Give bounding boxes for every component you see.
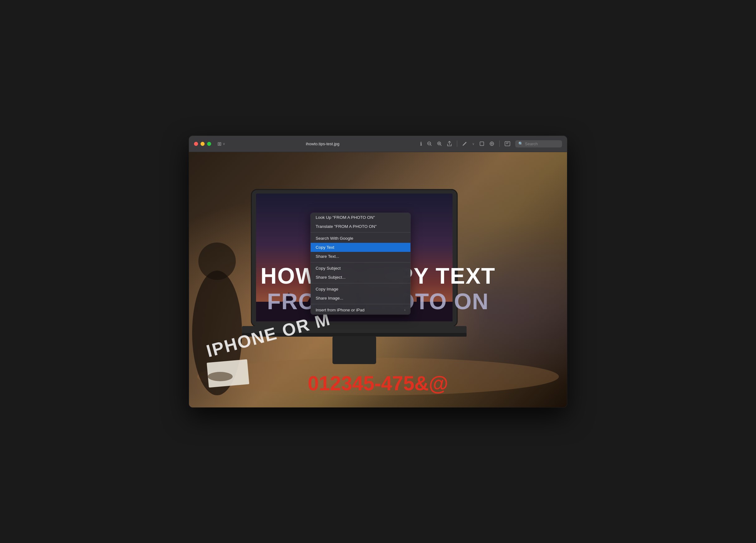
menu-item-insert-iphone[interactable]: Insert from iPhone or iPad ›	[311, 305, 410, 314]
svg-point-37	[208, 372, 233, 381]
toolbar-tools: ℹ	[420, 140, 562, 148]
submenu-chevron-icon: ›	[404, 308, 405, 312]
close-button[interactable]	[194, 142, 198, 146]
search-placeholder: Search	[525, 142, 538, 146]
search-bar[interactable]: 🔍 Search	[515, 140, 562, 148]
menu-separator-4	[311, 304, 410, 304]
svg-rect-7	[480, 142, 484, 146]
menu-item-translate[interactable]: Translate "FROM A PHOTO ON"	[311, 222, 410, 231]
minimize-button[interactable]	[201, 142, 205, 146]
menu-item-translate-label: Translate "FROM A PHOTO ON"	[316, 224, 377, 229]
svg-point-19	[198, 243, 236, 280]
menu-separator-3	[311, 283, 410, 283]
menu-item-share-text[interactable]: Share Text...	[311, 252, 410, 261]
context-menu: Look Up "FROM A PHOTO ON" Translate "FRO…	[311, 213, 410, 314]
markup-icon[interactable]	[462, 141, 467, 146]
menu-item-copy-subject[interactable]: Copy Subject	[311, 264, 410, 273]
menu-item-share-subject-label: Share Subject...	[316, 275, 346, 279]
menu-item-search-google-label: Search With Google	[316, 236, 353, 241]
svg-rect-32	[417, 297, 420, 302]
zoom-in-icon[interactable]	[437, 141, 442, 146]
menu-item-lookup[interactable]: Look Up "FROM A PHOTO ON"	[311, 213, 410, 222]
menu-item-share-image[interactable]: Share Image...	[311, 293, 410, 303]
menu-item-insert-iphone-label: Insert from iPhone or iPad	[316, 308, 365, 312]
sidebar-icon: ⊞	[217, 141, 221, 147]
menu-item-copy-text-label: Copy Text	[316, 245, 334, 250]
toolbar-divider-2	[499, 141, 500, 147]
content-area: HOW TO COPY TEXT FROM A PHOTO ON IPHONE …	[189, 152, 567, 407]
svg-line-4	[440, 145, 441, 146]
menu-item-share-subject[interactable]: Share Subject...	[311, 273, 410, 282]
menu-item-copy-subject-label: Copy Subject	[316, 266, 341, 271]
zoom-out-icon[interactable]	[427, 141, 432, 146]
svg-line-1	[430, 145, 431, 146]
menu-item-search-google[interactable]: Search With Google	[311, 234, 410, 243]
location-icon[interactable]	[489, 141, 494, 146]
sidebar-toggle[interactable]: ⊞ ∨	[217, 141, 225, 147]
traffic-lights	[194, 142, 211, 146]
menu-item-copy-image[interactable]: Copy Image	[311, 284, 410, 293]
menu-item-share-image-label: Share Image...	[316, 296, 343, 300]
title-bar: ⊞ ∨ ihowto.tips-test.jpg ℹ	[189, 136, 567, 152]
menu-separator-1	[311, 232, 410, 233]
toolbar-divider	[457, 141, 457, 147]
mac-window: ⊞ ∨ ihowto.tips-test.jpg ℹ	[189, 136, 567, 407]
red-number: 012345-475&@	[308, 372, 448, 395]
search-icon: 🔍	[518, 142, 523, 146]
menu-separator-2	[311, 262, 410, 263]
svg-point-9	[491, 143, 492, 144]
menu-item-copy-image-label: Copy Image	[316, 287, 338, 291]
window-title: ihowto.tips-test.jpg	[229, 142, 416, 146]
menu-item-share-text-label: Share Text...	[316, 254, 339, 259]
info-icon[interactable]: ℹ	[420, 141, 422, 147]
crop-icon[interactable]	[479, 141, 484, 146]
menu-item-copy-text[interactable]: Copy Text	[311, 243, 410, 252]
menu-item-lookup-label: Look Up "FROM A PHOTO ON"	[316, 215, 375, 220]
edit-icon[interactable]	[505, 141, 510, 146]
markup-chevron: ∨	[472, 142, 474, 146]
svg-rect-35	[332, 336, 376, 364]
maximize-button[interactable]	[207, 142, 211, 146]
chevron-icon: ∨	[223, 142, 225, 146]
share-icon[interactable]	[447, 141, 452, 147]
